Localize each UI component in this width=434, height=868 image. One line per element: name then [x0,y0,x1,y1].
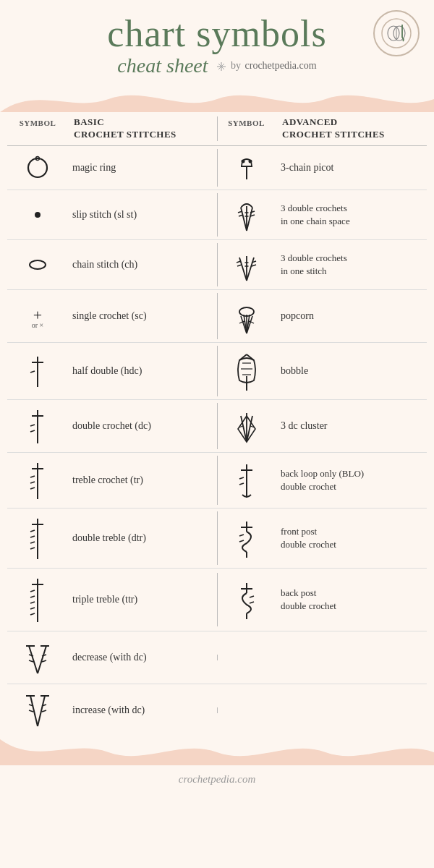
svg-line-77 [30,530,35,532]
name-bobble: bobble [275,361,425,381]
svg-line-33 [252,265,256,266]
symbol-3chain-picot [217,149,275,187]
name-empty-advanced-2 [275,707,425,713]
symbol-triple-treble [9,571,67,628]
symbol-3dc-one-stitch [217,243,275,286]
svg-line-30 [237,261,241,263]
name-increase: increase (with dc) [67,700,217,720]
name-blo-dc: back loop only (BLO)double crochet [275,464,425,496]
svg-line-88 [30,590,35,592]
symbol-empty-advanced-1 [217,655,275,660]
col-basic: BASICCROCHET STITCHES [67,116,217,141]
top-wave [0,86,434,112]
svg-line-68 [30,476,35,477]
svg-line-29 [237,265,242,266]
symbol-half-double [9,349,67,393]
svg-point-14 [248,159,252,163]
name-decrease: decrease (with dc) [67,647,217,668]
table-header: Symbol BASICCROCHET STITCHES Symbol ADVA… [7,112,427,146]
table-row: treble crochet (tr) back loop only (BLO)… [7,453,427,509]
table-row: increase (with dc) [7,684,427,736]
svg-line-102 [42,655,46,656]
svg-text:or ×: or × [32,321,43,329]
by-text: by [231,60,241,71]
name-single-crochet: single crochet (sc) [67,306,217,326]
name-empty-advanced-1 [275,655,425,660]
symbol-increase [9,687,67,733]
svg-line-101 [29,660,33,662]
svg-line-28 [247,258,254,281]
svg-line-18 [247,208,252,231]
name-treble-crochet: treble crochet (tr) [67,470,217,490]
bottom-wave [0,739,434,765]
footer-site: crochetpedia.com [179,773,256,785]
table-row: chain stitch (ch) 3 double crochetsin on… [7,240,427,290]
name-3chain-picot: 3-chain picot [275,158,425,178]
svg-line-97 [250,602,254,603]
svg-line-59 [30,425,35,426]
table-row: + or × single crochet (sc) popc [7,290,427,343]
symbol-back-post-dc [217,573,275,626]
name-half-double: half double (hdc) [67,361,217,381]
svg-point-25 [30,260,46,269]
name-3dc-one-stitch: 3 double crochetsin one stitch [275,249,425,281]
table-row: slip stitch (sl st) 3 double crochetsin … [7,190,427,240]
symbol-3dc-one-chain [217,193,275,237]
symbol-single-crochet: + or × [9,299,67,333]
table-row: decrease (with dc) [7,631,427,684]
svg-line-111 [42,710,46,712]
footer: crochetpedia.com [0,765,434,793]
subtitle-row: cheat sheet by crochetpedia.com [14,54,420,77]
svg-line-90 [30,602,35,603]
svg-line-100 [29,655,33,656]
symbol-popcorn [217,293,275,339]
by-label: by crochetpedia.com [216,60,317,72]
svg-line-74 [239,483,244,485]
table-row: double crochet (dc) 3 dc cluster [7,400,427,453]
symbol-double-crochet [9,403,67,449]
svg-line-73 [239,477,244,479]
svg-line-43 [239,322,242,323]
svg-point-15 [35,212,41,218]
symbol-double-treble [9,511,67,565]
col-advanced: ADVANCEDCROCHET STITCHES [275,116,425,141]
svg-line-85 [239,540,244,542]
svg-line-91 [30,608,35,609]
svg-line-69 [30,482,35,483]
symbol-bobble [217,346,275,396]
site-link: crochetpedia.com [245,60,317,71]
svg-line-92 [30,613,35,615]
name-double-treble: double treble (dtr) [67,528,217,548]
symbol-treble-crochet [9,456,67,505]
svg-line-99 [38,646,46,673]
svg-line-103 [42,660,46,662]
name-slip-stitch: slip stitch (sl st) [67,205,217,225]
col-symbol-left: Symbol [9,116,67,141]
svg-line-84 [239,535,244,536]
name-triple-treble: triple treble (ttr) [67,590,217,610]
svg-line-49 [30,371,35,373]
svg-line-46 [251,322,254,323]
svg-line-89 [30,596,35,597]
name-back-post-dc: back postdouble crochet [275,584,425,616]
name-popcorn: popcorn [275,306,425,326]
symbol-empty-advanced-2 [217,707,275,713]
svg-line-78 [30,536,35,537]
svg-line-96 [250,596,254,597]
main-title: chart symbols [14,13,420,54]
svg-line-98 [29,646,38,673]
name-magic-ring: magic ring [67,158,217,178]
symbol-blo-dc [217,456,275,505]
name-3dc-cluster: 3 dc cluster [275,416,425,436]
table-row: half double (hdc) bobble [7,343,427,400]
symbol-magic-ring [9,150,67,185]
name-chain-stitch: chain stitch (ch) [67,255,217,275]
symbol-slip-stitch [9,197,67,232]
svg-line-80 [30,548,35,549]
svg-point-13 [241,159,244,163]
logo [373,10,420,56]
svg-line-79 [30,542,35,543]
name-double-crochet: double crochet (dc) [67,416,217,436]
svg-line-70 [30,488,35,489]
symbol-decrease [9,634,67,681]
